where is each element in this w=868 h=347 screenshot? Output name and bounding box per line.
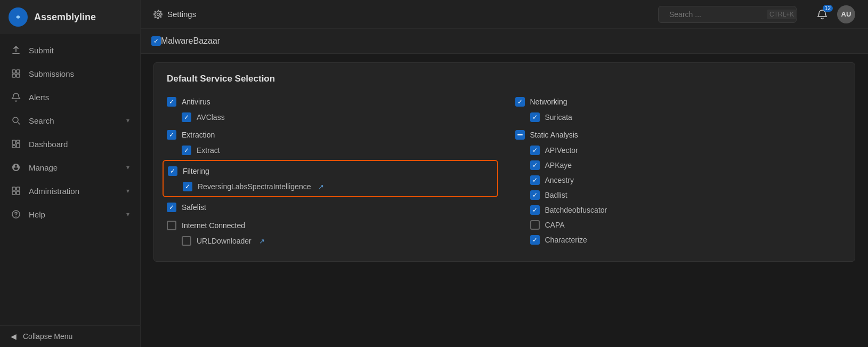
sidebar-item-submit[interactable]: Submit (0, 38, 140, 62)
service-static-analysis: Static Analysis (515, 127, 842, 143)
topbar: Settings CTRL+K 12 AU (141, 0, 868, 29)
networking-checkbox[interactable]: ✓ (515, 97, 525, 107)
chevron-down-icon: ▾ (126, 164, 129, 171)
sidebar-item-label: Administration (29, 187, 79, 196)
page-title: Settings (167, 10, 196, 19)
malwarebazaar-label: MalwareBazaar (161, 36, 220, 46)
malwarebazaar-row: ✓ MalwareBazaar (141, 29, 868, 54)
sidebar-item-manage[interactable]: Manage ▾ (0, 156, 140, 179)
sidebar-item-administration[interactable]: Administration ▾ (0, 179, 140, 203)
service-reversinglabs: ✓ ReversingLabsSpectraIntelligence ↗ (168, 179, 493, 194)
batchdeobfuscator-checkbox[interactable]: ✓ (530, 205, 540, 215)
svg-rect-11 (17, 187, 20, 190)
service-extraction: ✓ Extraction (167, 127, 494, 143)
filtering-highlight-box: ✓ Filtering ✓ ReversingLabsSpectraIntell… (163, 160, 498, 197)
static-analysis-label: Static Analysis (530, 131, 578, 139)
search-input[interactable] (669, 10, 762, 19)
sidebar-item-label: Search (29, 116, 54, 125)
svg-rect-10 (12, 187, 15, 190)
service-avclass: ✓ AVClass (167, 110, 494, 125)
collapse-menu-button[interactable]: ◀ Collapse Menu (0, 325, 140, 347)
service-group-antivirus: ✓ Antivirus ✓ AVClass (167, 94, 494, 125)
reversinglabs-checkbox[interactable]: ✓ (183, 182, 192, 191)
antivirus-label: Antivirus (182, 98, 210, 106)
svg-point-16 (157, 13, 160, 15)
service-group-extraction: ✓ Extraction ✓ Extract (167, 127, 494, 158)
capa-label: CAPA (545, 221, 565, 229)
extract-checkbox[interactable]: ✓ (182, 146, 191, 155)
chevron-down-icon: ▾ (126, 211, 129, 218)
collapse-label: Collapse Menu (23, 332, 72, 341)
settings-icon (153, 10, 163, 19)
service-group-internet-connected: Internet Connected URLDownloader ↗ (167, 217, 494, 248)
service-group-safelist: ✓ Safelist (167, 199, 494, 215)
sidebar-item-alerts[interactable]: Alerts (0, 85, 140, 109)
static-analysis-checkbox[interactable] (515, 130, 525, 140)
characterize-label: Characterize (545, 236, 587, 244)
right-column: ✓ Networking ✓ Suricata (515, 94, 842, 251)
filtering-checkbox[interactable]: ✓ (168, 166, 177, 176)
sidebar-header: Assemblyline (0, 0, 140, 34)
avclass-checkbox[interactable]: ✓ (182, 112, 191, 122)
extract-label: Extract (197, 146, 220, 155)
search-bar[interactable]: CTRL+K (658, 6, 797, 23)
malwarebazaar-checkbox[interactable]: ✓ (151, 36, 161, 46)
filtering-label: Filtering (183, 167, 209, 175)
service-internet-connected: Internet Connected (167, 217, 494, 233)
characterize-checkbox[interactable]: ✓ (530, 235, 540, 245)
ancestry-label: Ancestry (545, 176, 574, 184)
service-apivector: ✓ APIVector (515, 143, 842, 158)
sidebar: Assemblyline Submit Submissions (0, 0, 141, 347)
capa-checkbox[interactable] (530, 220, 540, 230)
suricata-checkbox[interactable]: ✓ (530, 112, 540, 122)
svg-rect-13 (17, 191, 20, 195)
svg-rect-12 (12, 191, 15, 195)
service-extract: ✓ Extract (167, 143, 494, 158)
content-area: ✓ MalwareBazaar Default Service Selectio… (141, 29, 868, 347)
topbar-right: 12 AU (814, 5, 855, 23)
svg-rect-6 (12, 140, 15, 144)
sidebar-item-search[interactable]: Search ▾ (0, 109, 140, 132)
settings-page-label: Settings (153, 10, 196, 19)
urldownloader-ext-link-icon: ↗ (259, 237, 265, 245)
extraction-checkbox[interactable]: ✓ (167, 130, 176, 140)
service-ancestry: ✓ Ancestry (515, 173, 842, 188)
app-logo (9, 7, 28, 27)
alerts-icon (11, 92, 21, 102)
sidebar-item-help[interactable]: Help ▾ (0, 203, 140, 226)
svg-rect-2 (17, 70, 20, 73)
svg-point-5 (13, 117, 18, 123)
apkaye-checkbox[interactable]: ✓ (530, 160, 540, 170)
svg-rect-4 (17, 74, 20, 77)
svg-rect-9 (12, 146, 15, 148)
user-avatar[interactable]: AU (837, 5, 855, 23)
antivirus-checkbox[interactable]: ✓ (167, 97, 176, 107)
svg-rect-8 (17, 143, 20, 148)
notification-badge: 12 (823, 5, 833, 12)
badlist-checkbox[interactable]: ✓ (530, 190, 540, 200)
left-column: ✓ Antivirus ✓ AVClass ✓ Extraction (167, 94, 494, 251)
sidebar-item-label: Submissions (29, 69, 74, 78)
ancestry-checkbox[interactable]: ✓ (530, 175, 540, 185)
sidebar-item-dashboard[interactable]: Dashboard (0, 132, 140, 156)
submit-icon (11, 45, 21, 55)
keyboard-hint: CTRL+K (767, 10, 797, 19)
urldownloader-checkbox[interactable] (182, 236, 191, 246)
avclass-label: AVClass (197, 113, 225, 122)
submissions-icon (11, 68, 21, 79)
service-urldownloader: URLDownloader ↗ (167, 233, 494, 248)
urldownloader-label: URLDownloader (197, 237, 252, 245)
suricata-label: Suricata (545, 113, 572, 122)
collapse-icon: ◀ (11, 332, 17, 341)
svg-rect-1 (12, 70, 15, 73)
notification-bell-button[interactable]: 12 (814, 6, 831, 23)
sidebar-item-label: Submit (29, 46, 54, 55)
sidebar-item-submissions[interactable]: Submissions (0, 62, 140, 85)
badlist-label: Badlist (545, 191, 567, 199)
safelist-checkbox[interactable]: ✓ (167, 203, 176, 212)
internet-connected-checkbox[interactable] (167, 221, 176, 230)
help-icon (11, 209, 21, 220)
apivector-checkbox[interactable]: ✓ (530, 146, 540, 155)
sidebar-item-label: Dashboard (29, 140, 68, 149)
service-characterize: ✓ Characterize (515, 232, 842, 247)
